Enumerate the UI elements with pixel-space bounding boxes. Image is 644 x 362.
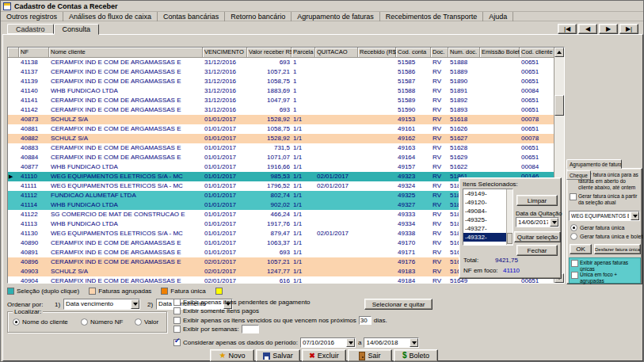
checkbox-icon[interactable]: [570, 193, 577, 200]
checkbox-icon[interactable]: [173, 307, 181, 314]
grid-col-header[interactable]: Doc.: [431, 48, 448, 58]
nav-last-button[interactable]: ▶|: [619, 24, 638, 34]
listbox-scrollbar[interactable]: [506, 189, 513, 245]
menu-item[interactable]: Outros registros: [1, 12, 63, 21]
grid-col-header[interactable]: QUITACAO: [315, 48, 358, 58]
grid-row[interactable]: 41139CERAMFIX IND E COM DE ARGAMASSAS E3…: [8, 77, 555, 86]
radio-icon[interactable]: [81, 318, 88, 326]
tab-cheque[interactable]: Cheque: [566, 170, 591, 180]
radio-icon[interactable]: [570, 233, 577, 240]
menu-item[interactable]: Contas bancárias: [158, 12, 225, 21]
gerar-fatura-boleto-radio[interactable]: Gerar fatura única e boleto: [570, 233, 644, 240]
fechar-button[interactable]: Fechar: [516, 245, 558, 256]
grid-row[interactable]: 40884CERAMFIX IND E COM DE ARGAMASSAS E0…: [8, 153, 555, 162]
semanas-input[interactable]: [242, 325, 259, 333]
localizar-radio-valor[interactable]: Valor: [135, 318, 158, 326]
exibir-faturas-unicas-checkbox[interactable]: Exibir apenas faturas únicas: [571, 260, 639, 272]
localizar-radio-nome[interactable]: Nome do cliente: [13, 318, 68, 326]
periodo-de-combo[interactable]: 07/10/2016: [300, 337, 356, 348]
chevron-down-icon[interactable]: [631, 211, 639, 220]
selected-items-listbox[interactable]: -49149--49120--49084--49325--49327--4933…: [463, 189, 513, 246]
selected-item[interactable]: -49325-: [463, 215, 513, 224]
selected-item[interactable]: -49332-: [463, 233, 513, 242]
chevron-down-icon[interactable]: [410, 338, 418, 347]
grid-col-header[interactable]: VENCIMENTO: [203, 48, 247, 58]
scrollbar-thumb[interactable]: [554, 95, 564, 116]
sair-button[interactable]: Sair: [348, 349, 392, 362]
tab-consulta[interactable]: Consulta: [54, 24, 100, 35]
menu-item[interactable]: Análises do fluxo de caixa: [63, 12, 158, 21]
nav-prev-button[interactable]: ◀: [578, 24, 597, 34]
limpar-button[interactable]: Limpar: [516, 195, 558, 206]
grid-row[interactable]: 40877WHB FUNDICAO LTDA01/01/20171916,661…: [8, 162, 555, 172]
grid-col-header[interactable]: Parcela: [292, 48, 315, 58]
scroll-up-icon[interactable]: [554, 48, 564, 57]
checkbox-icon[interactable]: [173, 326, 181, 333]
menu-item[interactable]: Agrupamento de faturas: [292, 12, 380, 21]
grid-row[interactable]: 41142CERAMFIX IND E COM DE ARGAMASSAS E3…: [8, 105, 555, 115]
quitar-selecao-button[interactable]: Quitar seleção: [514, 231, 561, 242]
checkbox-icon[interactable]: [173, 299, 181, 306]
chevron-down-icon[interactable]: [550, 218, 558, 227]
grid-row[interactable]: 40883CERAMFIX IND E COM DE ARGAMASSAS E0…: [8, 143, 555, 153]
checkbox-icon[interactable]: [571, 260, 578, 267]
filter-semanas[interactable]: Exibir por semanas:: [173, 325, 259, 333]
selected-item[interactable]: -49084-: [463, 207, 513, 215]
grid-col-header[interactable]: Recebido (R$): [358, 48, 396, 58]
gerar-fatura-selecao-checkbox[interactable]: Gerar fatura única à partir da seleção a…: [570, 193, 640, 206]
nav-first-button[interactable]: |◀: [558, 24, 577, 34]
filter-vencidos[interactable]: Exibir apenas os itens vencidos ou que v…: [173, 316, 387, 325]
desfazer-fatura-unica-button[interactable]: Desfazer fatura única: [594, 244, 641, 254]
radio-icon[interactable]: [570, 224, 577, 231]
grid-col-header[interactable]: Cod. conta: [396, 48, 431, 58]
filter-periodo[interactable]: ✔ Considerar apenas os dados do período:…: [173, 337, 419, 348]
grid-col-header[interactable]: Num. doc.: [448, 48, 480, 58]
radio-icon[interactable]: [135, 318, 142, 326]
nav-next-button[interactable]: ▶: [599, 24, 618, 34]
excluir-button[interactable]: ✖Excluir: [302, 349, 346, 362]
selected-item[interactable]: -49149-: [463, 189, 513, 198]
gerar-fatura-unica-radio[interactable]: Gerar fatura única: [570, 224, 624, 231]
filter-pagos[interactable]: Exibir somente itens pagos: [173, 307, 259, 314]
grid-row[interactable]: 40882SCHULZ S/A01/01/20171528,921/149162…: [8, 134, 555, 143]
unica-em-foco-checkbox[interactable]: Única em foco + agrupadas: [571, 272, 639, 284]
grid-col-header[interactable]: NF: [19, 48, 49, 58]
checkbox-icon[interactable]: ✔: [173, 339, 181, 346]
grid-row[interactable]: 40881CERAMFIX IND E COM DE ARGAMASSAS E0…: [8, 124, 555, 134]
localizar-radio-nf[interactable]: Número NF: [81, 318, 123, 326]
data-quitacao-combo[interactable]: 14/06/2017: [516, 217, 559, 227]
periodo-ate-combo[interactable]: 14/06/2018: [364, 337, 419, 348]
grid-row[interactable]: 40873SCHULZ S/A01/01/20171528,921/149153…: [8, 115, 555, 124]
grid-col-header[interactable]: Emissão Boleto: [480, 48, 520, 58]
filter-pendentes[interactable]: Exibir apenas itens pendentes de pagamen…: [173, 299, 311, 306]
menu-item[interactable]: Recebimentos de Transporte: [380, 12, 484, 21]
selecionar-e-quitar-button[interactable]: Selecionar e quitar: [364, 299, 433, 310]
tab-cadastro[interactable]: Cadastro: [7, 24, 54, 34]
grid-row[interactable]: 41138CERAMFIX IND E COM DE ARGAMASSAS E3…: [8, 58, 555, 67]
radio-icon[interactable]: [13, 318, 20, 326]
grid-row[interactable]: 41137CERAMFIX IND E COM DE ARGAMASSAS E3…: [8, 67, 555, 77]
cliente-combo[interactable]: WEG EQUIPAMENTOS ELETRICOS S/: [569, 211, 640, 221]
selected-item[interactable]: -49120-: [463, 198, 513, 207]
checkbox-icon[interactable]: [571, 272, 578, 279]
chevron-down-icon[interactable]: [346, 338, 355, 347]
menu-item[interactable]: Ajuda: [483, 12, 513, 21]
novo-button[interactable]: ★Novo: [210, 349, 254, 362]
grid-row[interactable]: 41141CERAMFIX IND E COM DE ARGAMASSAS E3…: [8, 96, 555, 105]
sort1-combo[interactable]: Data vencimento: [63, 299, 140, 310]
grid-col-header[interactable]: Cod. cliente: [520, 48, 555, 58]
chevron-down-icon[interactable]: [131, 299, 139, 309]
grid-col-header[interactable]: Nome cliente: [49, 48, 203, 58]
scrollbar-thumb[interactable]: [507, 233, 513, 244]
grid-header: NFNome clienteVENCIMENTOValor receber R$…: [8, 48, 555, 58]
salvar-button[interactable]: Salvar: [256, 349, 300, 362]
menu-item[interactable]: Retorno bancário: [225, 12, 292, 21]
selected-item[interactable]: -49327-: [463, 224, 513, 233]
grid-col-header[interactable]: Valor receber R$: [247, 48, 292, 58]
dias-input[interactable]: [359, 316, 372, 325]
checkbox-icon[interactable]: [173, 317, 181, 324]
boleto-button[interactable]: $Boleto: [394, 349, 438, 362]
ok-button[interactable]: OK: [570, 244, 592, 254]
tab-agrupamento-de-faturas[interactable]: Agrupamento de faturas: [566, 159, 622, 169]
grid-row[interactable]: 41140WHB FUNDICAO LTDA31/12/20161883,691…: [8, 86, 555, 96]
